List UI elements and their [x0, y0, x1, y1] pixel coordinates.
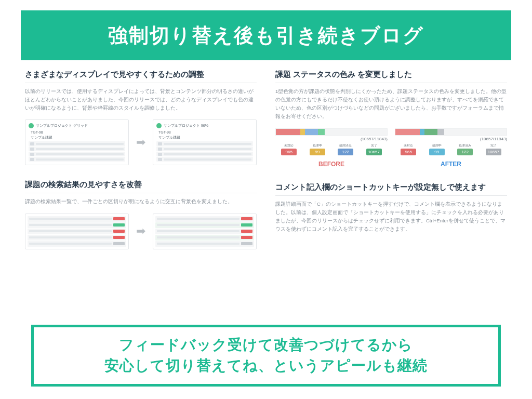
issue-title: サンプル課題 — [158, 135, 253, 140]
screenshot-before: サンプルプロジェクト グリッド TGT-98 サンプル課題 — [25, 119, 129, 165]
article-title: 課題の検索結果の見やすさを改善 — [25, 180, 257, 193]
article-body: 課題の検索結果一覧で、一件ごとの区切りが明になるように交互に背景色を変えました。 — [25, 197, 257, 206]
article-title: 課題 ステータスの色み を変更しました — [275, 70, 507, 83]
callout-line2: 安心して切り替えてね、というアピールも継続 — [43, 355, 489, 377]
left-column: さまざまなディスプレイで見やすくするための調整 以前のリリースでは、使用するディ… — [25, 70, 257, 249]
project-icon — [156, 123, 162, 128]
screenshot-after — [153, 214, 257, 249]
chip-label: 処理中 — [313, 143, 322, 148]
project-label: サンプルプロジェクト 96% — [164, 123, 208, 128]
chip-label: 処理中 — [432, 143, 442, 148]
article-display-adjust: さまざまなディスプレイで見やすくするための調整 以前のリリースでは、使用するディ… — [25, 70, 257, 165]
article-search-results: 課題の検索結果の見やすさを改善 課題の検索結果一覧で、一件ごとの区切りが明になる… — [25, 180, 257, 249]
after-label: AFTER — [395, 161, 507, 168]
chip-label: 完了 — [490, 143, 497, 148]
chip-label: 完了 — [371, 143, 377, 148]
article-title: さまざまなディスプレイで見やすくするための調整 — [25, 70, 257, 83]
chip-value: 99 — [429, 149, 445, 155]
project-icon — [29, 123, 34, 128]
chip-value: 122 — [338, 149, 353, 155]
article-body: 以前のリリースでは、使用するディスプレイによっては、背景とコンテンツ部分の明るさ… — [25, 87, 257, 112]
status-after: (10657/11843) 未対応965 処理中99 処理済み122 完了106… — [395, 128, 507, 168]
chip-label: 未対応 — [404, 143, 413, 148]
screenshot-after: サンプルプロジェクト 96% TGT-98 サンプル課題 — [153, 119, 257, 165]
project-label: サンプルプロジェクト グリッド — [36, 123, 88, 128]
chip-value: 965 — [401, 149, 416, 155]
before-label: BEFORE — [275, 161, 388, 168]
footer-callout: フィードバック受けて改善つづけてるから 安心して切り替えてね、というアピールも継… — [31, 325, 501, 387]
callout-line1: フィードバック受けて改善つづけてるから — [43, 335, 489, 356]
chip-value: 122 — [457, 149, 473, 155]
article-shortcut: コメント記入欄のショートカットキーが設定無しで使えます 課題詳細画面で「C」のシ… — [275, 182, 507, 234]
issue-id: TGT-98 — [31, 130, 125, 134]
status-count: (10657/11843) — [395, 137, 507, 141]
chip-label: 処理済み — [459, 143, 471, 148]
before-after-shots: ➡ — [25, 214, 257, 249]
article-body: 1型色覚の方が課題の状態を判別しにくかったため、課題ステータスの色みを変更しまし… — [275, 87, 507, 121]
article-status-color: 課題 ステータスの色み を変更しました 1型色覚の方が課題の状態を判別しにくかっ… — [275, 70, 507, 168]
right-column: 課題 ステータスの色み を変更しました 1型色覚の方が課題の状態を判別しにくかっ… — [275, 70, 507, 249]
status-count: (10657/11843) — [275, 137, 388, 141]
chip-value: 99 — [310, 149, 325, 155]
before-after-shots: サンプルプロジェクト グリッド TGT-98 サンプル課題 ➡ サンプルプロジェ… — [25, 119, 257, 165]
chip-label: 処理済み — [339, 143, 352, 148]
slide-title: 強制切り替え後も引き続きブログ — [108, 22, 424, 49]
arrow-right-icon: ➡ — [136, 224, 145, 238]
chip-value: 965 — [281, 149, 297, 155]
content-columns: さまざまなディスプレイで見やすくするための調整 以前のリリースでは、使用するディ… — [0, 50, 532, 249]
issue-title: サンプル課題 — [31, 135, 125, 140]
chip-value: 10657 — [366, 149, 382, 155]
article-body: 課題詳細画面で「C」のショートカットキーを押すだけで、コメント欄を表示できるよう… — [275, 200, 507, 234]
chip-label: 未対応 — [284, 143, 294, 148]
screenshot-before — [25, 214, 129, 249]
status-before: (10657/11843) 未対応965 処理中99 処理済み122 完了106… — [275, 128, 388, 168]
arrow-right-icon: ➡ — [136, 136, 145, 149]
status-before-after: (10657/11843) 未対応965 処理中99 処理済み122 完了106… — [275, 128, 507, 168]
article-title: コメント記入欄のショートカットキーが設定無しで使えます — [275, 182, 507, 196]
issue-id: TGT-98 — [158, 130, 253, 134]
slide-header: 強制切り替え後も引き続きブログ — [21, 10, 511, 60]
chip-value: 10657 — [486, 149, 501, 155]
